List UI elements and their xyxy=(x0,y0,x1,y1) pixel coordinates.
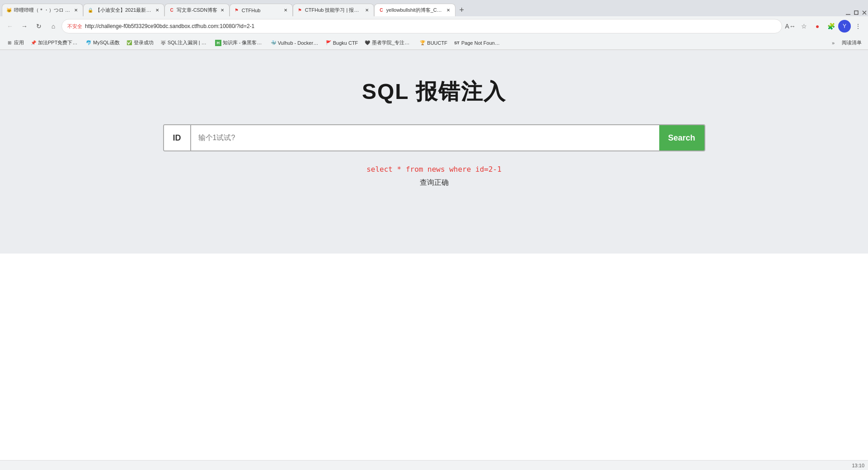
bookmark-label-mozhe: 墨者学院_专注于网... xyxy=(372,39,413,46)
browser-chrome: 🐱 哔哩哔哩（＊・）つロ 干杯~ ✕ 🔒 【小迪安全】2021最新 we... … xyxy=(0,0,868,50)
jiafa-icon: 📌 xyxy=(30,40,37,46)
bookmark-label-sql-injection: SQL注入漏洞 | 狼... xyxy=(168,39,209,46)
tab-close-yellow[interactable]: ✕ xyxy=(445,7,451,14)
bookmark-pagenotfound[interactable]: ST Page Not Found |... xyxy=(451,39,505,47)
address-text: http://challenge-f0b5f3329ce90bdc.sandbo… xyxy=(85,23,776,29)
bookmark-label-login: 登录成功 xyxy=(134,39,154,46)
tab-ctfhub-skill[interactable]: ⚑ CTFHub 技能学习 | 报错注... ✕ xyxy=(293,4,374,16)
tab-favicon-xiaodi: 🔒 xyxy=(87,7,94,14)
tab-favicon-yellow: C xyxy=(378,7,385,14)
bookmark-label-jiafa: 加法PPT免费下载 -... xyxy=(38,39,79,46)
below-content xyxy=(0,254,868,430)
mozhe-icon: 🖤 xyxy=(364,40,371,46)
profile-button[interactable]: Y xyxy=(838,20,851,33)
reading-list-button[interactable]: 阅读清单 xyxy=(839,38,864,47)
sql-query-text: select * from news where id=2-1 xyxy=(366,165,502,174)
pagenotfound-icon: ST xyxy=(454,40,460,46)
minimize-button[interactable] xyxy=(845,9,852,16)
tab-close-ctfhub-skill[interactable]: ✕ xyxy=(364,7,370,14)
apps-icon: ⊞ xyxy=(6,40,13,46)
bookmark-buuctf[interactable]: 🏆 BUUCTF xyxy=(417,39,450,47)
tab-title-yellow: yellowbullshit的博客_CSD... xyxy=(386,7,443,14)
tab-title-xiaodi: 【小迪安全】2021最新 we... xyxy=(95,7,152,14)
search-button[interactable]: Search xyxy=(659,125,704,150)
login-icon: ✅ xyxy=(126,40,132,46)
page-content: SQL 报错注入 ID Search select * from news wh… xyxy=(0,50,868,254)
mysql-icon: 🐬 xyxy=(85,40,92,46)
bookmark-mozhe[interactable]: 🖤 墨者学院_专注于网... xyxy=(361,38,416,47)
forward-button[interactable]: → xyxy=(18,20,31,33)
chrome-button[interactable]: ● xyxy=(811,20,824,33)
bookmark-mysql[interactable]: 🐬 MySQL函数 xyxy=(83,38,122,47)
address-bar[interactable]: 不安全 http://challenge-f0b5f3329ce90bdc.sa… xyxy=(61,19,782,33)
bookmark-apps[interactable]: ⊞ 应用 xyxy=(4,38,27,47)
reading-list-label: 阅读清单 xyxy=(842,39,862,46)
bookmark-login[interactable]: ✅ 登录成功 xyxy=(123,38,156,47)
id-label: ID xyxy=(164,125,191,150)
tab-xiaodi[interactable]: 🔒 【小迪安全】2021最新 we... ✕ xyxy=(83,4,164,16)
knowledge-icon: H xyxy=(215,40,221,46)
tab-favicon-ctfhub: ⚑ xyxy=(234,7,240,14)
tab-title-ctfhub-skill: CTFHub 技能学习 | 报错注... xyxy=(305,7,362,14)
sql-injection-icon: 🐺 xyxy=(160,40,166,46)
bookmark-star-button[interactable]: ☆ xyxy=(798,20,810,33)
tab-bilibili[interactable]: 🐱 哔哩哔哩（＊・）つロ 干杯~ ✕ xyxy=(2,4,83,16)
tab-favicon-ctfhub-skill: ⚑ xyxy=(297,7,303,14)
sql-result: select * from news where id=2-1 查询正确 xyxy=(366,165,502,188)
maximize-button[interactable] xyxy=(853,9,860,16)
tab-ctfhub[interactable]: ⚑ CTFHub ✕ xyxy=(230,4,293,16)
bookmark-label-vulhub: Vulhub - Docker-... xyxy=(278,40,319,46)
security-icon: 不安全 xyxy=(67,23,82,30)
nav-actions: A↔ ☆ ● 🧩 Y ⋮ xyxy=(784,20,864,33)
bookmark-jiafa[interactable]: 📌 加法PPT免费下载 -... xyxy=(28,38,82,47)
new-tab-button[interactable]: + xyxy=(455,4,468,16)
bookmark-vulhub[interactable]: 🐳 Vulhub - Docker-... xyxy=(267,39,322,47)
search-input[interactable] xyxy=(191,125,659,150)
tab-title-ctfhub: CTFHub xyxy=(242,8,281,13)
bookmark-knowledge[interactable]: H 知识库 - 像黑客一... xyxy=(212,38,267,47)
tab-close-bilibili[interactable]: ✕ xyxy=(73,7,79,14)
tab-yellow[interactable]: C yellowbullshit的博客_CSD... ✕ xyxy=(374,4,455,16)
tab-csdn[interactable]: C 写文章-CSDN博客 ✕ xyxy=(164,4,230,16)
bookmark-bugku[interactable]: 🚩 Bugku CTF xyxy=(323,39,361,47)
back-button[interactable]: ← xyxy=(4,20,16,33)
home-button[interactable]: ⌂ xyxy=(47,20,60,33)
close-button[interactable] xyxy=(861,9,868,16)
nav-bar: ← → ↻ ⌂ 不安全 http://challenge-f0b5f3329ce… xyxy=(0,16,868,36)
search-form: ID Search xyxy=(163,124,705,151)
tab-close-xiaodi[interactable]: ✕ xyxy=(154,7,160,14)
bookmark-label-apps: 应用 xyxy=(14,39,24,46)
query-status-text: 查询正确 xyxy=(366,178,502,188)
menu-button[interactable]: ⋮ xyxy=(852,20,864,33)
extension-button[interactable]: 🧩 xyxy=(825,20,837,33)
tab-close-ctfhub[interactable]: ✕ xyxy=(282,7,289,14)
tab-favicon-bilibili: 🐱 xyxy=(6,7,12,14)
bookmarks-bar: ⊞ 应用 📌 加法PPT免费下载 -... 🐬 MySQL函数 ✅ 登录成功 🐺… xyxy=(0,36,868,50)
bookmarks-more-button[interactable]: » xyxy=(830,39,836,47)
bookmark-label-bugku: Bugku CTF xyxy=(333,40,358,46)
tab-close-csdn[interactable]: ✕ xyxy=(219,7,225,14)
tab-favicon-csdn: C xyxy=(169,7,175,14)
bookmark-label-buuctf: BUUCTF xyxy=(427,40,447,46)
tab-title-bilibili: 哔哩哔哩（＊・）つロ 干杯~ xyxy=(14,7,71,14)
svg-rect-1 xyxy=(854,11,858,14)
translate-button[interactable]: A↔ xyxy=(784,20,797,33)
bookmark-label-mysql: MySQL函数 xyxy=(93,39,120,46)
bugku-icon: 🚩 xyxy=(325,40,332,46)
vulhub-icon: 🐳 xyxy=(270,40,277,46)
buuctf-icon: 🏆 xyxy=(419,40,426,46)
bookmark-label-pagenotfound: Page Not Found |... xyxy=(461,40,502,46)
bookmark-sql-injection[interactable]: 🐺 SQL注入漏洞 | 狼... xyxy=(157,38,211,47)
page-title: SQL 报错注入 xyxy=(362,77,506,106)
tab-title-csdn: 写文章-CSDN博客 xyxy=(177,7,217,14)
refresh-button[interactable]: ↻ xyxy=(33,20,45,33)
bookmark-label-knowledge: 知识库 - 像黑客一... xyxy=(223,39,264,46)
tabs-bar: 🐱 哔哩哔哩（＊・）つロ 干杯~ ✕ 🔒 【小迪安全】2021最新 we... … xyxy=(0,0,868,16)
